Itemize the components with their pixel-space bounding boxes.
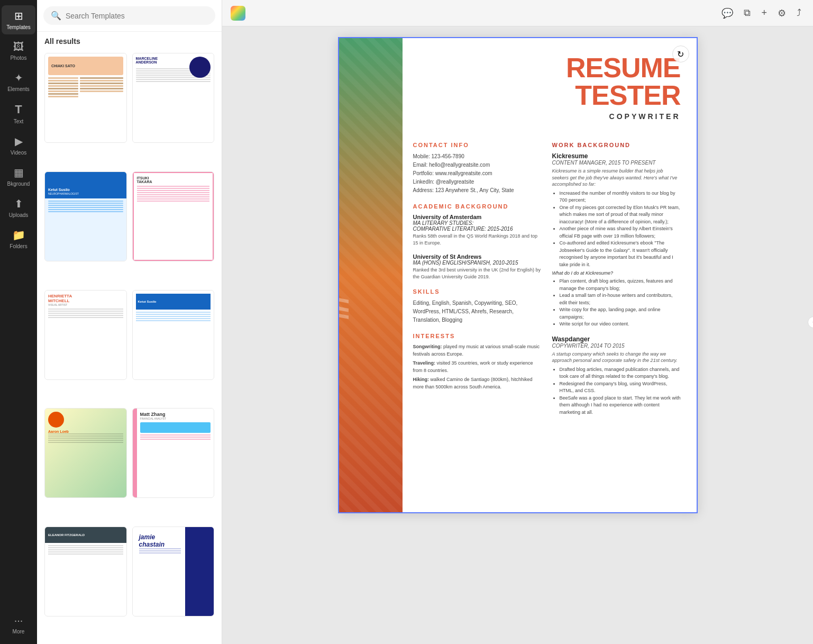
template-card-marceline[interactable]: MARCELINEANDERSON xyxy=(132,53,215,143)
copy-button[interactable]: ⧉ xyxy=(741,5,754,21)
uploads-icon: ⬆ xyxy=(14,197,23,210)
sidebar-item-folders[interactable]: 📁 Folders xyxy=(2,224,35,253)
color-swatch[interactable] xyxy=(231,6,245,21)
resume-title: COPYWRITER xyxy=(413,112,681,121)
edu-block-amsterdam: University of Amsterdam MA LITERARY STUD… xyxy=(413,214,542,246)
canvas-area: in RESUME TESTER COPYWRITER C xyxy=(222,26,813,644)
add-button[interactable]: + xyxy=(758,5,770,21)
templates-icon: ⊞ xyxy=(14,10,23,22)
elements-icon: ✦ xyxy=(14,71,23,84)
sidebar-item-templates[interactable]: ⊞ Templates xyxy=(2,5,35,34)
photos-icon: 🖼 xyxy=(13,41,24,53)
sidebar-item-background[interactable]: ▦ Bkground xyxy=(2,162,35,191)
settings-button[interactable]: ⚙ xyxy=(774,5,789,21)
skills-text: Editing, English, Spanish, Copywriting, … xyxy=(413,299,542,324)
template-card-ketut-blue[interactable]: Ketut SusiloNEUROPHARMALOGIST xyxy=(44,171,127,261)
resume-document: in RESUME TESTER COPYWRITER C xyxy=(338,37,698,513)
videos-icon: ▶ xyxy=(15,135,23,148)
work-block-kickresume: Kickresume CONTENT MANAGER, 2015 TO PRES… xyxy=(552,152,681,328)
toolbar-right: 💬 ⧉ + ⚙ ⤴ xyxy=(718,5,805,21)
background-icon: ▦ xyxy=(14,166,24,179)
resume-content: RESUME TESTER COPYWRITER CONTACT INFO Mo… xyxy=(403,38,697,512)
text-icon: T xyxy=(15,103,22,116)
template-card-eleanor[interactable]: ELEANOR FITZGERALD xyxy=(44,527,127,616)
templates-panel: 🔍 All results CHIAKI SATO xyxy=(37,0,222,644)
skills-section-title: SKILLS xyxy=(413,288,542,295)
comment-button[interactable]: 💬 xyxy=(718,5,736,21)
toolbar-left xyxy=(231,6,245,21)
template-card-henrietta[interactable]: HENRIETTAMITCHELL VISUAL ARTIST xyxy=(44,290,127,380)
sidebar-item-photos[interactable]: 🖼 Photos xyxy=(2,37,35,65)
work-section-title: WORK BACKGROUND xyxy=(552,142,681,148)
resume-name: RESUME TESTER xyxy=(413,54,681,109)
more-icon: ··· xyxy=(14,614,23,627)
templates-grid: CHIAKI SATO MARCEL xyxy=(37,49,222,644)
sidebar-nav: ⊞ Templates 🖼 Photos ✦ Elements T Text ▶… xyxy=(0,0,37,644)
template-card-jamie[interactable]: jamiechastain xyxy=(132,527,215,616)
resume-two-cols: CONTACT INFO Mobile: 123-456-7890 Email:… xyxy=(413,133,681,423)
share-button[interactable]: ⤴ xyxy=(793,5,805,21)
academic-section-title: ACADEMIC BACKGROUND xyxy=(413,203,542,210)
resume-left-decoration: in xyxy=(339,38,403,512)
template-card-matt[interactable]: Matt Zhang FINANCIAL ANALYST xyxy=(132,408,215,498)
resume-left-col: CONTACT INFO Mobile: 123-456-7890 Email:… xyxy=(413,133,542,423)
resume-header: RESUME TESTER COPYWRITER xyxy=(413,54,681,121)
folders-icon: 📁 xyxy=(12,229,25,241)
edu-block-standrews: University of St Andrews MA (HONS) ENGLI… xyxy=(413,253,542,280)
interests-block: Songwriting: played my music at various … xyxy=(413,343,542,391)
sidebar-item-text[interactable]: T Text xyxy=(2,98,35,129)
sidebar-item-more[interactable]: ··· More xyxy=(2,610,35,639)
contact-section-title: CONTACT INFO xyxy=(413,142,542,148)
watermark-text: in xyxy=(339,297,354,320)
results-header: All results xyxy=(37,32,222,49)
interests-section-title: INTERESTS xyxy=(413,333,542,339)
contact-info: Mobile: 123-456-7890 Email: hello@really… xyxy=(413,152,542,195)
template-card-aaron[interactable]: Aaron Loeb xyxy=(44,408,127,498)
refresh-button[interactable]: ↻ xyxy=(672,46,689,62)
template-card-itsuki[interactable]: ITSUKITAKARA xyxy=(132,171,215,261)
sidebar-item-elements[interactable]: ✦ Elements xyxy=(2,67,35,96)
main-area: 💬 ⧉ + ⚙ ⤴ in RESUME TESTER COPYWRIT xyxy=(222,0,813,644)
template-card-chiaki[interactable]: CHIAKI SATO xyxy=(44,53,127,143)
search-bar: 🔍 xyxy=(37,0,222,32)
resume-right-col: WORK BACKGROUND Kickresume CONTENT MANAG… xyxy=(552,133,681,423)
search-input[interactable] xyxy=(66,12,208,20)
top-toolbar: 💬 ⧉ + ⚙ ⤴ xyxy=(222,0,813,26)
search-icon: 🔍 xyxy=(51,11,61,21)
template-card-ketut2[interactable]: Ketut Susilo xyxy=(132,290,215,380)
sidebar-item-videos[interactable]: ▶ Videos xyxy=(2,131,35,160)
sidebar-item-uploads[interactable]: ⬆ Uploads xyxy=(2,193,35,222)
search-wrapper: 🔍 xyxy=(43,6,215,25)
work-block-waspdanger: Waspdanger COPYWRITER, 2014 TO 2015 A st… xyxy=(552,335,681,416)
